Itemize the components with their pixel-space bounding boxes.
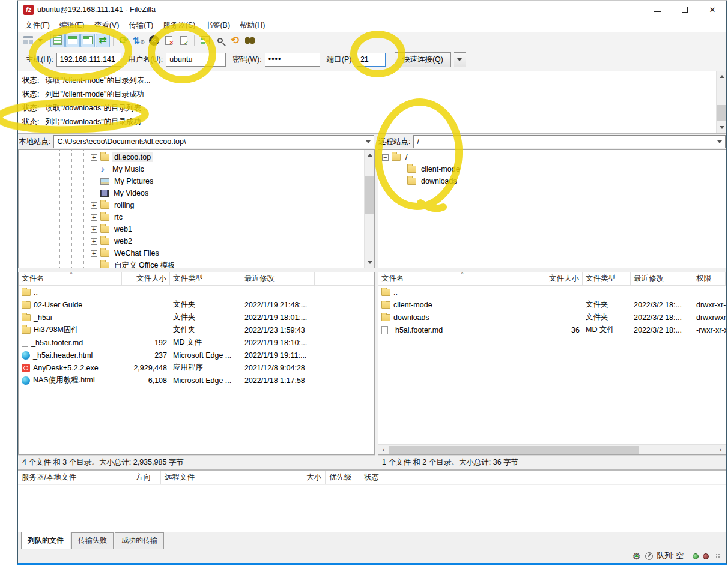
speed-limit-gauge-icon[interactable] bbox=[645, 552, 653, 560]
tree-item[interactable]: WeChat Files bbox=[19, 247, 374, 259]
queue-col-status[interactable]: 状态 bbox=[360, 471, 414, 484]
expander-icon[interactable] bbox=[91, 238, 97, 245]
host-input[interactable] bbox=[56, 53, 121, 67]
column-header-size[interactable]: 文件大小 bbox=[544, 272, 583, 285]
menu-item[interactable]: 帮助(H) bbox=[235, 19, 270, 32]
file-row[interactable]: _h5ai.footer.md 192 MD 文件 2022/1/19 18:1… bbox=[19, 336, 374, 349]
toggle-remote-tree-button[interactable] bbox=[80, 34, 95, 47]
scroll-up-icon[interactable] bbox=[717, 71, 727, 82]
file-row[interactable]: .. bbox=[378, 286, 726, 298]
queue-col-direction[interactable]: 方向 bbox=[132, 471, 161, 484]
tree-item[interactable]: My Pictures bbox=[19, 175, 374, 187]
tree-scroll-thumb[interactable] bbox=[365, 176, 374, 214]
remote-path-combobox[interactable]: / bbox=[413, 135, 726, 148]
file-row[interactable]: AnyDesk+5.2.2.exe 2,929,448 应用程序 2021/12… bbox=[19, 361, 374, 374]
queue-processing-icon[interactable]: ⚙ bbox=[632, 552, 640, 561]
remote-directory-tree: / client-mode downloads bbox=[378, 149, 726, 268]
menu-item[interactable]: 传输(T) bbox=[124, 19, 158, 32]
tree-item[interactable]: My Music bbox=[19, 163, 374, 175]
tree-item[interactable]: My Videos bbox=[19, 187, 374, 199]
tree-item[interactable]: 自定义 Office 模板 bbox=[19, 259, 374, 268]
menu-item[interactable]: 服务器(S) bbox=[158, 19, 200, 32]
file-row[interactable]: _h5ai.footer.md 36 MD 文件 2022/3/2 18:...… bbox=[378, 324, 726, 336]
file-row[interactable]: client-mode 文件夹 2022/3/2 18:... drwxr-xr… bbox=[378, 298, 726, 311]
tree-item[interactable]: web2 bbox=[19, 235, 374, 247]
menu-item[interactable]: 编辑(E) bbox=[55, 19, 89, 32]
expander-icon[interactable] bbox=[382, 154, 389, 161]
file-row[interactable]: _h5ai 文件夹 2022/1/19 18:01:... bbox=[19, 311, 374, 324]
queue-col-size[interactable]: 大小 bbox=[288, 471, 326, 484]
scroll-right-icon[interactable]: › bbox=[715, 445, 726, 455]
column-header-size[interactable]: 文件大小 bbox=[122, 272, 170, 285]
queue-col-server-local[interactable]: 服务器/本地文件 bbox=[18, 471, 132, 484]
column-header-name[interactable]: 文件名^ bbox=[378, 272, 544, 285]
tree-item[interactable]: downloads bbox=[378, 175, 726, 187]
maximize-button[interactable] bbox=[671, 1, 699, 19]
remote-path-value: / bbox=[417, 137, 419, 146]
file-row[interactable]: _h5ai.header.html 237 Microsoft Edge ...… bbox=[19, 349, 374, 361]
username-input[interactable] bbox=[166, 53, 226, 67]
queue-col-remote[interactable]: 远程文件 bbox=[161, 471, 288, 484]
file-row[interactable]: downloads 文件夹 2022/3/2 18:... drwxrwxrwx bbox=[378, 311, 726, 324]
close-button[interactable]: ✕ bbox=[699, 1, 726, 19]
directory-comparison-button[interactable] bbox=[198, 34, 212, 47]
log-scrollbar[interactable] bbox=[716, 71, 726, 133]
column-header-permissions[interactable]: 权限 bbox=[693, 272, 726, 285]
tree-item[interactable]: rolling bbox=[19, 199, 374, 211]
toggle-transfer-queue-button[interactable]: ⇄ bbox=[96, 34, 110, 47]
queue-tab[interactable]: 传输失败 bbox=[71, 532, 114, 549]
password-input[interactable] bbox=[265, 53, 320, 67]
expander-icon[interactable] bbox=[91, 226, 97, 233]
file-row[interactable]: NAS使用教程.html 6,108 Microsoft Edge ... 20… bbox=[19, 374, 374, 387]
column-header-type[interactable]: 文件类型 bbox=[583, 272, 631, 285]
scroll-down-icon[interactable] bbox=[717, 122, 727, 133]
file-row[interactable]: Hi3798M固件 文件夹 2022/1/23 1:59:43 bbox=[19, 324, 374, 336]
menu-item[interactable]: 查看(V) bbox=[89, 19, 124, 32]
site-manager-dropdown[interactable] bbox=[36, 34, 44, 47]
disconnect-button[interactable]: ✕ bbox=[162, 34, 176, 47]
file-row[interactable]: .. bbox=[19, 286, 374, 298]
column-header-modified[interactable]: 最近修改 bbox=[631, 272, 693, 285]
reconnect-button[interactable]: ✓ bbox=[177, 34, 191, 47]
hscroll-thumb[interactable] bbox=[389, 446, 639, 454]
quickconnect-button[interactable]: 快速连接(Q) bbox=[395, 52, 451, 67]
tree-item[interactable]: rtc bbox=[19, 211, 374, 223]
expander-icon[interactable] bbox=[91, 250, 97, 257]
file-row[interactable]: 02-User Guide 文件夹 2022/1/19 21:48:... bbox=[19, 298, 374, 311]
scroll-left-icon[interactable]: ‹ bbox=[378, 445, 389, 455]
column-header-modified[interactable]: 最近修改 bbox=[241, 272, 315, 285]
scroll-up-icon[interactable] bbox=[365, 150, 375, 160]
local-path-combobox[interactable]: C:\Users\ecoo\Documents\dl.ecoo.top\ bbox=[53, 135, 374, 148]
minimize-button[interactable] bbox=[643, 1, 671, 19]
find-files-button[interactable] bbox=[243, 34, 257, 47]
filename-filters-button[interactable] bbox=[213, 34, 227, 47]
column-header-type[interactable]: 文件类型 bbox=[170, 272, 241, 285]
expander-icon[interactable] bbox=[91, 154, 97, 161]
expander-icon[interactable] bbox=[91, 214, 97, 221]
menu-item[interactable]: 书签(B) bbox=[200, 19, 235, 32]
port-input[interactable] bbox=[357, 53, 386, 67]
tree-item[interactable]: dl.ecoo.top bbox=[19, 151, 374, 163]
synchronized-browsing-button[interactable]: ⟲ bbox=[228, 34, 242, 47]
log-scroll-thumb[interactable] bbox=[717, 105, 726, 121]
toggle-message-log-button[interactable] bbox=[50, 34, 65, 47]
resize-grip[interactable] bbox=[715, 553, 721, 559]
column-header-name[interactable]: 文件名^ bbox=[19, 272, 122, 285]
tree-item[interactable]: web1 bbox=[19, 223, 374, 235]
expander-icon[interactable] bbox=[91, 202, 97, 209]
local-tree-scrollbar[interactable] bbox=[364, 150, 374, 268]
process-queue-button[interactable]: ⇅⚙ bbox=[132, 34, 146, 47]
quickconnect-dropdown[interactable] bbox=[454, 52, 466, 67]
queue-tab[interactable]: 列队的文件 bbox=[21, 532, 70, 549]
menu-item[interactable]: 文件(F) bbox=[20, 19, 55, 32]
scroll-down-icon[interactable] bbox=[365, 257, 375, 268]
remote-list-hscrollbar[interactable]: ‹ › bbox=[378, 444, 726, 454]
tree-item[interactable]: client-mode bbox=[378, 163, 726, 175]
refresh-button[interactable]: ⟳ bbox=[117, 34, 131, 47]
tree-item[interactable]: / bbox=[378, 151, 726, 163]
queue-tab[interactable]: 成功的传输 bbox=[115, 532, 164, 549]
toggle-local-tree-button[interactable] bbox=[65, 34, 80, 47]
site-manager-button[interactable] bbox=[21, 34, 35, 47]
cancel-operation-button[interactable]: ✕ bbox=[147, 34, 161, 47]
queue-col-priority[interactable]: 优先级 bbox=[326, 471, 360, 484]
